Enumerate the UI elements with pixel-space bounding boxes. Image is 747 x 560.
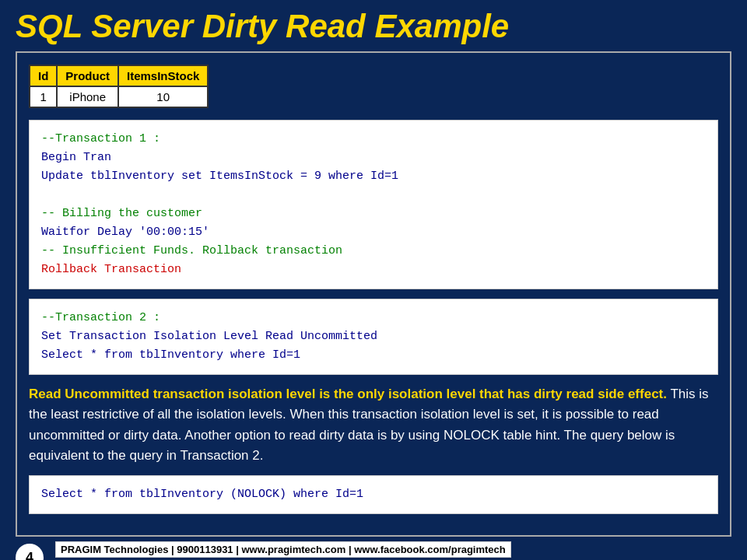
col-header-product: Product: [57, 65, 118, 86]
main-content: Id Product ItemsInStock 1 iPhone 10 --Tr…: [16, 51, 731, 537]
code-t2-line-2: Set Transaction Isolation Level Read Unc…: [41, 330, 377, 343]
code-nolock-line: Select * from tblInventory (NOLOCK) wher…: [41, 488, 363, 501]
code-t2-line-3: Select * from tblInventory where Id=1: [41, 348, 300, 362]
page-title: SQL Server Dirty Read Example: [16, 8, 731, 45]
col-header-items: ItemsInStock: [118, 65, 208, 86]
header: SQL Server Dirty Read Example: [0, 0, 747, 51]
cell-product: iPhone: [57, 86, 118, 107]
code-block-transaction2: --Transaction 2 : Set Transaction Isolat…: [29, 299, 718, 375]
code-block-nolock: Select * from tblInventory (NOLOCK) wher…: [29, 475, 718, 514]
code-t2-line-1: --Transaction 2 :: [41, 311, 160, 324]
code-line-7: Rollback Transaction: [41, 263, 181, 276]
code-line-2: Begin Tran: [41, 151, 111, 164]
code-line-3: Update tblInventory set ItemsInStock = 9…: [41, 170, 398, 183]
col-header-id: Id: [30, 65, 57, 86]
footer-info: PRAGIM Technologies | 9900113931 | www.p…: [55, 541, 511, 560]
code-line-1: --Transaction 1 :: [41, 132, 160, 145]
description-text: Read Uncommitted transaction isolation l…: [29, 384, 718, 466]
slide-number: 4: [16, 544, 44, 560]
code-line-4: -- Billing the customer: [41, 207, 202, 220]
table-row: 1 iPhone 10: [30, 86, 208, 107]
code-line-6: -- Insufficient Funds. Rollback transact…: [41, 244, 342, 257]
footer-contact: PRAGIM Technologies | 9900113931 | www.p…: [55, 541, 511, 558]
data-table: Id Product ItemsInStock 1 iPhone 10: [29, 65, 209, 108]
code-line-5: Waitfor Delay '00:00:15': [41, 226, 209, 239]
code-block-transaction1: --Transaction 1 : Begin Tran Update tblI…: [29, 120, 718, 289]
cell-id: 1: [30, 86, 57, 107]
footer: 4 PRAGIM Technologies | 9900113931 | www…: [0, 537, 747, 560]
cell-stock: 10: [118, 86, 208, 107]
description-highlight: Read Uncommitted transaction isolation l…: [29, 387, 667, 401]
